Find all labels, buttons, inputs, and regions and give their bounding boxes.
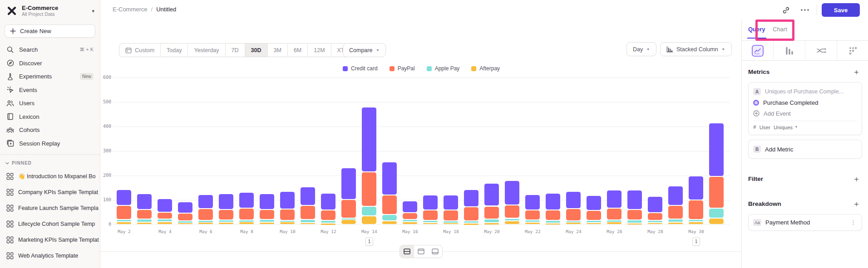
bar-may-20[interactable]	[482, 20, 502, 224]
bar-segment-paypal[interactable]	[403, 213, 417, 219]
bar-segment-paypal[interactable]	[178, 214, 192, 220]
bar-segment-paypal[interactable]	[423, 210, 438, 220]
bar-segment-apple-pay[interactable]	[484, 219, 499, 222]
bar-segment-afterpay[interactable]	[505, 221, 519, 224]
bar-segment-apple-pay[interactable]	[403, 220, 417, 221]
project-switcher[interactable]: E-Commerce All Project Data ▾	[0, 0, 100, 21]
bar-segment-paypal[interactable]	[668, 206, 683, 219]
breadcrumb-project[interactable]: E-Commerce	[113, 6, 148, 13]
bar-segment-afterpay[interactable]	[464, 224, 478, 225]
bar-may-9[interactable]	[257, 20, 277, 224]
pinned-section-header[interactable]: PINNED	[0, 155, 100, 168]
bar-segment-apple-pay[interactable]	[668, 219, 683, 221]
bar-segment-credit-card[interactable]	[689, 176, 703, 200]
bar-segment-credit-card[interactable]	[280, 192, 295, 209]
bar-segment-credit-card[interactable]	[260, 194, 274, 209]
bar-segment-paypal[interactable]	[137, 210, 152, 219]
bar-segment-afterpay[interactable]	[627, 224, 642, 225]
breakdown-card[interactable]: Aa Payment Method ⋮	[748, 214, 862, 231]
bar-segment-credit-card[interactable]	[668, 186, 683, 205]
pinned-board-item[interactable]: Feature Launch Sample Templa	[0, 200, 100, 216]
bar-may-27[interactable]	[625, 20, 645, 224]
bar-segment-afterpay[interactable]	[689, 222, 703, 224]
bar-segment-afterpay[interactable]	[423, 223, 438, 224]
bar-segment-credit-card[interactable]	[444, 195, 458, 210]
bar-segment-afterpay[interactable]	[239, 222, 254, 224]
bar-may-10[interactable]	[277, 20, 298, 224]
bar-segment-credit-card[interactable]	[505, 181, 519, 205]
tab-insights[interactable]	[742, 41, 774, 60]
annotation-badge[interactable]: 1	[365, 237, 373, 246]
layout-chart-only-button[interactable]	[414, 245, 428, 258]
tab-chart[interactable]: Chart	[773, 26, 787, 33]
bar-may-18[interactable]	[441, 20, 461, 224]
event-row[interactable]: Purchase Completed	[753, 97, 857, 108]
bar-segment-afterpay[interactable]	[280, 222, 295, 224]
bar-segment-paypal[interactable]	[505, 205, 519, 218]
bar-segment-credit-card[interactable]	[607, 190, 621, 208]
add-breakdown-plus-button[interactable]: ＋	[851, 199, 862, 209]
bar-segment-apple-pay[interactable]	[709, 209, 724, 218]
bar-may-23[interactable]	[543, 20, 563, 224]
bar-segment-paypal[interactable]	[607, 209, 621, 219]
bar-may-3[interactable]	[134, 20, 155, 224]
bar-segment-credit-card[interactable]	[546, 194, 560, 210]
bar-segment-apple-pay[interactable]	[525, 220, 540, 222]
bar-segment-apple-pay[interactable]	[627, 220, 642, 222]
bar-segment-apple-pay[interactable]	[117, 220, 131, 221]
bar-segment-credit-card[interactable]	[382, 162, 397, 195]
metric-name-row[interactable]: A Uniques of Purchase Comple...	[753, 86, 857, 97]
bar-may-25[interactable]	[584, 20, 604, 224]
bar-segment-credit-card[interactable]	[648, 197, 662, 212]
bar-segment-credit-card[interactable]	[178, 202, 192, 213]
bar-segment-paypal[interactable]	[484, 207, 499, 219]
measure-selector[interactable]: # User Uniques ▼	[753, 121, 857, 131]
bar-segment-afterpay[interactable]	[709, 219, 724, 224]
bar-segment-afterpay[interactable]	[219, 223, 233, 224]
bar-segment-paypal[interactable]	[525, 210, 540, 220]
bar-segment-paypal[interactable]	[464, 207, 478, 220]
copy-link-button[interactable]	[779, 3, 793, 17]
bar-segment-credit-card[interactable]	[627, 190, 642, 209]
bar-may-19[interactable]	[461, 20, 482, 224]
sidebar-item-cohorts[interactable]: Cohorts	[0, 123, 100, 137]
bar-may-7[interactable]	[216, 20, 237, 224]
bar-segment-afterpay[interactable]	[321, 224, 335, 225]
bar-segment-apple-pay[interactable]	[362, 207, 376, 215]
sidebar-item-events[interactable]: Events	[0, 83, 100, 97]
add-metric-row[interactable]: B Add Metric	[753, 144, 857, 155]
layout-split-view-button[interactable]	[400, 245, 414, 258]
bar-segment-afterpay[interactable]	[607, 222, 621, 224]
bar-may-8[interactable]	[237, 20, 257, 224]
sidebar-item-session-replay[interactable]: Session Replay	[0, 137, 100, 151]
bar-segment-paypal[interactable]	[709, 177, 724, 208]
bar-segment-credit-card[interactable]	[198, 195, 213, 208]
bar-segment-apple-pay[interactable]	[239, 220, 254, 222]
bar-segment-apple-pay[interactable]	[301, 220, 315, 222]
bar-segment-paypal[interactable]	[689, 200, 703, 219]
bar-segment-afterpay[interactable]	[444, 223, 458, 224]
bar-may-11[interactable]	[298, 20, 318, 224]
bar-may-17[interactable]	[420, 20, 441, 224]
pinned-board-item[interactable]: Web Analytics Template	[0, 248, 100, 263]
bar-segment-paypal[interactable]	[627, 210, 642, 220]
bar-segment-credit-card[interactable]	[587, 196, 601, 210]
bar-segment-afterpay[interactable]	[546, 224, 560, 225]
bar-segment-credit-card[interactable]	[709, 123, 724, 176]
bar-segment-paypal[interactable]	[444, 210, 458, 221]
pinned-board-item[interactable]: Company KPIs Sample Templat	[0, 184, 100, 200]
bar-may-28[interactable]	[645, 20, 666, 224]
bar-segment-paypal[interactable]	[280, 210, 295, 220]
bar-may-29[interactable]	[666, 20, 686, 224]
bar-segment-credit-card[interactable]	[301, 187, 315, 205]
bar-segment-afterpay[interactable]	[198, 223, 213, 224]
bar-segment-paypal[interactable]	[198, 209, 213, 220]
bar-may-31[interactable]	[706, 20, 727, 224]
tab-funnels[interactable]	[774, 41, 805, 60]
breadcrumb-page-title[interactable]: Untitled	[156, 6, 176, 13]
pinned-board-item[interactable]: Lifecycle Cohort Sample Temp	[0, 216, 100, 232]
annotation-badge[interactable]: 1	[692, 237, 700, 246]
bar-segment-afterpay[interactable]	[260, 223, 274, 224]
bar-segment-afterpay[interactable]	[648, 223, 662, 224]
bar-segment-apple-pay[interactable]	[689, 220, 703, 221]
